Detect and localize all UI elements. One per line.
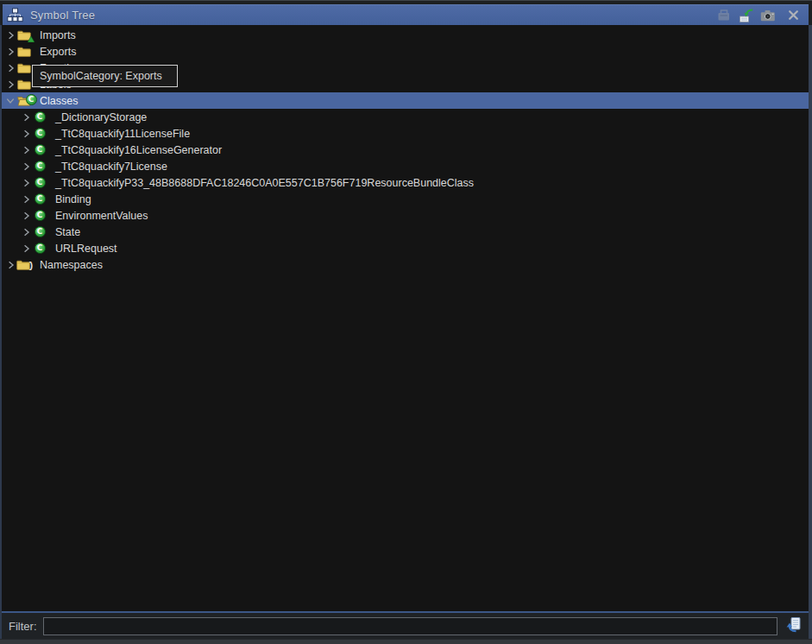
tree-rows: ImportsExportsFunctionsLabelsCClassesC_D… [2,27,809,273]
tree-item-label: URLRequest [55,243,117,255]
tree-item[interactable]: CEnvironmentValues [2,207,809,224]
chevron-right-icon[interactable] [4,80,16,89]
class-icon: C [32,128,47,139]
titlebar-toolbar [712,7,803,23]
folder-icon [16,62,32,73]
class-icon: C [32,210,47,221]
chevron-right-icon[interactable] [4,31,16,40]
symbol-tree[interactable]: ImportsExportsFunctionsLabelsCClassesC_D… [2,25,809,611]
tree-item-label: Imports [40,29,76,41]
chevron-right-icon[interactable] [20,244,32,253]
tooltip-text: SymbolCategory: Exports [40,70,162,82]
tree-item[interactable]: ()Namespaces [2,256,809,273]
tree-item-label: _TtC8quackify16LicenseGenerator [55,144,222,156]
tree-item-label: _DictionaryStorage [55,111,147,123]
filter-label: Filter: [9,620,37,633]
close-icon [788,9,799,21]
symbol-tree-panel: ImportsExportsFunctionsLabelsCClassesC_D… [0,25,812,639]
chevron-right-icon[interactable] [20,228,32,237]
tree-item-label: EnvironmentValues [55,210,148,222]
chevron-down-icon[interactable] [4,97,16,104]
tree-item[interactable]: CClasses [2,92,809,109]
tree-item[interactable]: Exports [2,43,809,60]
tree-item[interactable]: CURLRequest [2,240,809,256]
tree-item[interactable]: CState [2,224,809,240]
folder-namespaces-icon: () [16,259,32,270]
tree-item-label: Binding [55,193,91,205]
class-icon: C [32,111,47,123]
chevron-right-icon[interactable] [20,195,32,204]
chevron-right-icon[interactable] [20,212,32,220]
tree-item[interactable]: CBinding [2,191,809,207]
class-icon: C [32,243,47,254]
filter-input[interactable] [43,617,778,635]
class-icon: C [32,161,47,172]
class-icon: C [32,177,47,188]
folder-imports-icon [16,29,32,41]
tree-item-label: State [55,226,80,238]
chevron-right-icon[interactable] [20,113,32,122]
tree-item[interactable]: Imports [2,27,809,43]
tree-item-label: Namespaces [40,259,103,271]
tree-item[interactable]: C_TtC8quackify16LicenseGenerator [2,142,809,158]
titlebar[interactable]: Symbol Tree [3,4,809,25]
go-to-symbol-icon [739,9,754,22]
tree-item-label: _TtC8quackify7License [55,161,167,173]
class-icon: C [32,226,47,237]
folder-classes-open-icon: C [16,95,32,106]
camera-icon [760,9,776,22]
filter-bar: Filter: [2,613,809,639]
folder-icon [16,46,32,57]
class-icon: C [32,193,47,205]
chevron-right-icon[interactable] [20,129,32,138]
class-icon: C [32,144,47,155]
chevron-right-icon[interactable] [20,146,32,155]
chevron-right-icon[interactable] [4,261,16,269]
filter-options-icon [785,616,802,635]
tree-item[interactable]: C_TtC8quackifyP33_48B8688DFAC18246C0A0E5… [2,174,809,191]
tree-item-label: _TtC8quackifyP33_48B8688DFAC18246C0A0E55… [55,177,474,189]
chevron-right-icon[interactable] [20,162,32,171]
tree-item[interactable]: C_DictionaryStorage [2,109,809,125]
go-to-symbol-button[interactable] [737,7,755,23]
chevron-right-icon[interactable] [4,64,16,73]
symbol-tree-window: Symbol Tree ImportsExportsFunctionsLabel… [0,0,812,644]
chevron-right-icon[interactable] [4,47,16,56]
chevron-right-icon[interactable] [20,179,32,187]
tree-item-label: Classes [40,95,78,107]
snapshot-button[interactable] [758,7,777,23]
locate-symbol-disabled-icon [717,9,732,22]
panel-title: Symbol Tree [30,9,95,22]
tooltip: SymbolCategory: Exports [32,65,178,87]
close-button[interactable] [784,7,803,23]
window-bottom-border [0,639,812,644]
tree-item[interactable]: C_TtC8quackify11LicenseFile [2,125,809,142]
tree-item-label: _TtC8quackify11LicenseFile [55,128,190,140]
locate-symbol-button[interactable] [715,7,733,23]
symbol-tree-icon [7,8,23,22]
folder-icon [16,79,32,90]
filter-options-button[interactable] [783,616,803,635]
tree-item-label: Exports [40,46,76,58]
tree-item[interactable]: C_TtC8quackify7License [2,158,809,174]
